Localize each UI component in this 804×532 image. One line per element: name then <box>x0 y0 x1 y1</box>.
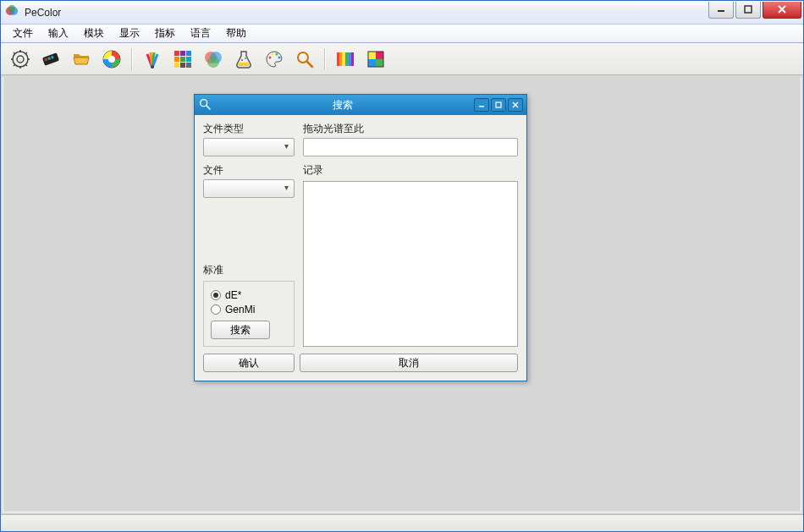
svg-point-2 <box>8 5 15 12</box>
settings-gear-icon[interactable] <box>8 47 33 72</box>
status-bar <box>1 514 803 531</box>
radio-dot-icon <box>211 304 221 315</box>
toolbar <box>1 43 803 75</box>
svg-line-12 <box>25 64 27 66</box>
dialog-title: 搜索 <box>212 98 474 112</box>
workspace: 搜索 文件类型 文件 标准 <box>3 77 801 513</box>
svg-point-6 <box>17 56 24 63</box>
search-button-label: 搜索 <box>230 323 251 337</box>
svg-rect-28 <box>174 63 179 68</box>
dialog-search-icon <box>198 97 212 113</box>
svg-line-11 <box>14 52 15 54</box>
svg-rect-55 <box>479 106 484 107</box>
svg-line-14 <box>25 52 27 54</box>
dialog-minimize-button[interactable] <box>474 98 489 112</box>
search-icon[interactable] <box>292 47 317 72</box>
radio-dot-icon <box>211 290 221 300</box>
cancel-button-label: 取消 <box>399 356 419 370</box>
svg-rect-3 <box>718 10 724 12</box>
spectrum-icon[interactable] <box>333 47 358 72</box>
menu-input[interactable]: 输入 <box>41 25 75 42</box>
file-combo[interactable] <box>203 179 295 198</box>
fan-deck-icon[interactable] <box>140 47 165 72</box>
toolbar-separator <box>131 48 133 70</box>
title-bar[interactable]: PeColor <box>1 1 803 25</box>
ok-button-label: 确认 <box>239 356 259 370</box>
venn-icon[interactable] <box>201 47 226 72</box>
radio-de[interactable]: dE* <box>211 289 287 301</box>
close-button[interactable] <box>763 2 801 19</box>
svg-rect-51 <box>376 59 383 67</box>
drag-spectrum-label: 拖动光谱至此 <box>303 122 518 136</box>
svg-rect-24 <box>186 51 191 56</box>
color-wheel-icon[interactable] <box>99 47 124 72</box>
radio-genmi[interactable]: GenMi <box>211 304 287 315</box>
menu-module[interactable]: 模块 <box>77 25 111 42</box>
menu-display[interactable]: 显示 <box>113 25 146 42</box>
menu-file[interactable]: 文件 <box>6 25 40 42</box>
ok-button[interactable]: 确认 <box>203 354 295 372</box>
svg-line-13 <box>14 64 15 66</box>
drag-spectrum-input[interactable] <box>303 138 518 156</box>
search-dialog: 搜索 文件类型 文件 标准 <box>194 94 527 381</box>
svg-point-35 <box>245 58 246 59</box>
svg-rect-44 <box>343 52 345 66</box>
svg-rect-47 <box>351 52 355 66</box>
swatch-grid-icon[interactable] <box>170 47 195 72</box>
svg-rect-22 <box>174 51 179 56</box>
dialog-title-bar[interactable]: 搜索 <box>195 95 526 115</box>
window-controls <box>707 2 801 19</box>
svg-point-38 <box>276 52 278 55</box>
palette-icon[interactable] <box>262 47 287 72</box>
menu-indicator[interactable]: 指标 <box>148 25 182 42</box>
svg-rect-25 <box>174 57 179 62</box>
file-label: 文件 <box>203 163 295 178</box>
search-button[interactable]: 搜索 <box>211 321 270 339</box>
svg-point-21 <box>151 65 154 69</box>
dialog-close-button[interactable] <box>508 98 523 112</box>
record-listbox[interactable] <box>303 181 518 347</box>
svg-line-54 <box>207 106 210 109</box>
standard-group: dE* GenMi 搜索 <box>203 281 295 347</box>
flask-icon[interactable] <box>231 47 256 72</box>
minimize-button[interactable] <box>708 2 734 19</box>
svg-rect-50 <box>368 59 376 67</box>
color-block-icon[interactable] <box>363 47 388 72</box>
file-type-label: 文件类型 <box>203 122 295 136</box>
cancel-button[interactable]: 取消 <box>300 354 518 372</box>
radio-de-label: dE* <box>225 289 241 301</box>
svg-rect-27 <box>186 57 191 62</box>
svg-rect-29 <box>180 63 185 68</box>
standard-label: 标准 <box>203 263 295 277</box>
svg-point-34 <box>241 59 243 61</box>
svg-rect-56 <box>496 102 501 107</box>
svg-rect-49 <box>376 52 383 59</box>
radio-genmi-label: GenMi <box>225 304 255 315</box>
svg-rect-43 <box>339 52 342 66</box>
dialog-maximize-button[interactable] <box>491 98 506 112</box>
menu-help[interactable]: 帮助 <box>219 25 253 42</box>
toolbar-separator <box>324 48 326 70</box>
svg-rect-42 <box>337 52 339 66</box>
svg-point-20 <box>108 56 115 63</box>
svg-point-39 <box>278 56 281 58</box>
svg-point-37 <box>272 52 274 55</box>
svg-line-41 <box>307 62 312 67</box>
svg-rect-26 <box>180 57 185 62</box>
svg-rect-23 <box>180 51 185 56</box>
svg-rect-48 <box>368 52 376 59</box>
svg-rect-45 <box>345 52 348 66</box>
app-logo-icon <box>6 4 19 20</box>
menu-bar: 文件 输入 模块 显示 指标 语言 帮助 <box>1 25 803 43</box>
color-chip-icon[interactable] <box>38 47 63 72</box>
folder-open-icon[interactable] <box>69 47 94 72</box>
record-label: 记录 <box>303 163 518 178</box>
app-title: PeColor <box>25 7 61 19</box>
svg-rect-46 <box>348 52 350 66</box>
maximize-button[interactable] <box>735 2 761 19</box>
svg-rect-30 <box>186 63 191 68</box>
file-type-combo[interactable] <box>203 138 295 156</box>
svg-point-33 <box>207 56 219 68</box>
menu-language[interactable]: 语言 <box>184 25 218 42</box>
svg-rect-4 <box>745 6 752 13</box>
